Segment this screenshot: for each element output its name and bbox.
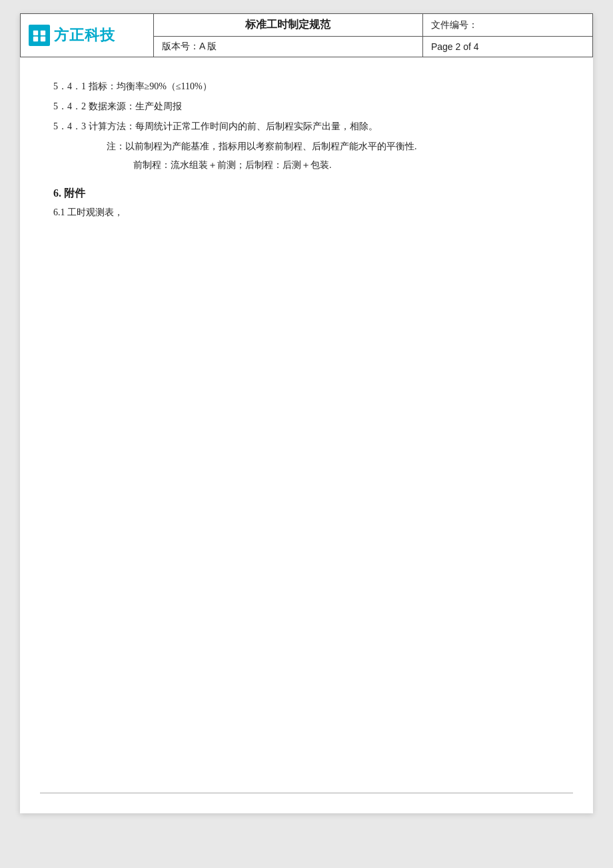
doc-number: 文件编号： — [422, 14, 592, 37]
svg-rect-2 — [33, 37, 38, 41]
svg-rect-0 — [33, 31, 38, 35]
page-number: Page 2 of 4 — [422, 37, 592, 57]
note-line1: 前制程：流水组装＋前测；后制程：后测＋包装. — [133, 156, 560, 175]
line-542: 5．4．2 数据来源：生产处周报 — [53, 97, 560, 116]
svg-rect-1 — [41, 31, 45, 35]
section61: 6.1 工时观测表， — [53, 203, 560, 222]
document-title: 标准工时制定规范 — [154, 14, 423, 37]
version-label: 版本号：A 版 — [154, 37, 423, 57]
logo-text: 方正科技 — [54, 25, 115, 45]
note-intro: 注：以前制程为产能基准，指标用以考察前制程、后制程产能水平的平衡性. — [107, 137, 560, 156]
line-541: 5．4．1 指标：均衡率≥90%（≤110%） — [53, 77, 560, 96]
note-block: 注：以前制程为产能基准，指标用以考察前制程、后制程产能水平的平衡性. 前制程：流… — [107, 137, 560, 175]
logo-cell: 方正科技 — [21, 14, 154, 57]
document-header: 方正科技 标准工时制定规范 文件编号： 版本号：A 版 Page 2 of 4 — [20, 13, 593, 57]
footer-divider — [40, 793, 573, 793]
svg-rect-3 — [41, 37, 45, 41]
logo-icon — [29, 25, 50, 46]
document-content: 5．4．1 指标：均衡率≥90%（≤110%） 5．4．2 数据来源：生产处周报… — [20, 57, 593, 250]
document-page: 方正科技 标准工时制定规范 文件编号： 版本号：A 版 Page 2 of 4 … — [20, 13, 593, 813]
section6-heading: 6. 附件 — [53, 187, 560, 201]
logo-container: 方正科技 — [29, 25, 145, 46]
line-543: 5．4．3 计算方法：每周统计正常工作时间内的前、后制程实际产出量，相除。 — [53, 117, 560, 136]
